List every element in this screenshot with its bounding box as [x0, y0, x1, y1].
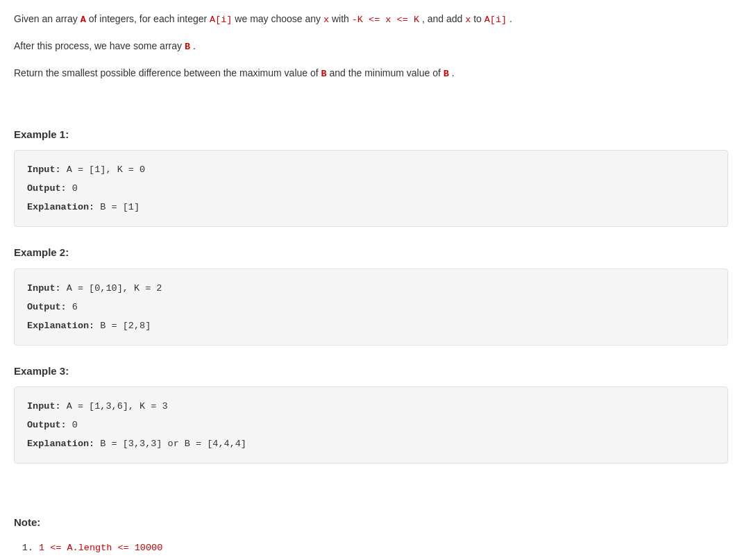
example2-box: Input: A = [0,10], K = 2 Output: 6 Expla…	[14, 269, 728, 346]
example3-title: Example 3:	[14, 362, 728, 380]
intro-middle1: of integers, for each integer	[89, 13, 210, 24]
constraint: -K <= x <= K	[352, 15, 419, 25]
comma: , and add	[422, 13, 465, 24]
note-list: 1 <= A.length <= 10000 0 <= A[i] <= 1000…	[14, 538, 728, 560]
after-period: .	[193, 40, 196, 51]
intro-prefix: Given an array	[14, 13, 78, 24]
note-item-1: 1 <= A.length <= 10000	[39, 538, 728, 557]
var-B2: B	[444, 69, 449, 79]
note-item-2: 0 <= A[i] <= 10000	[39, 557, 728, 560]
example3-box: Input: A = [1,3,6], K = 3 Output: 0 Expl…	[14, 387, 728, 464]
example3-input-value: A = [1,3,6], K = 3	[67, 401, 168, 411]
var-x2: x	[465, 15, 471, 25]
example3-output-label: Output:	[27, 420, 67, 430]
example2-title: Example 2:	[14, 244, 728, 262]
example2-explanation-label: Explanation:	[27, 321, 94, 331]
example1-title: Example 1:	[14, 126, 728, 144]
example1-box: Input: A = [1], K = 0 Output: 0 Explanat…	[14, 150, 728, 227]
example3-output-value: 0	[72, 420, 78, 430]
return-text1: Return the smallest possible difference …	[14, 67, 321, 78]
to-text: to	[473, 13, 484, 24]
example1-output: Output: 0	[27, 179, 715, 198]
period1: .	[509, 13, 512, 24]
example1-input-value: A = [1], K = 0	[67, 164, 145, 175]
after-line: After this process, we have some array B…	[14, 38, 728, 56]
example1-output-label: Output:	[27, 183, 67, 194]
var-Ai2: A[i]	[484, 15, 507, 25]
example3-input: Input: A = [1,3,6], K = 3	[27, 397, 715, 416]
example3-explanation-value: B = [3,3,3] or B = [4,4,4]	[100, 439, 246, 449]
var-A: A	[81, 15, 86, 25]
problem-description: Given an array A of integers, for each i…	[14, 11, 728, 560]
var-B-after: B	[185, 42, 190, 52]
example1-explanation: Explanation: B = [1]	[27, 198, 715, 217]
example2-input-value: A = [0,10], K = 2	[67, 283, 162, 294]
example2-output-label: Output:	[27, 302, 67, 312]
example1-output-value: 0	[72, 183, 78, 194]
example3-output: Output: 0	[27, 416, 715, 434]
intro-line: Given an array A of integers, for each i…	[14, 11, 728, 28]
example3-explanation-label: Explanation:	[27, 439, 94, 449]
example2-input: Input: A = [0,10], K = 2	[27, 279, 715, 298]
with-text: with	[332, 13, 352, 24]
example2-input-label: Input:	[27, 283, 61, 294]
note-item-1-text: 1 <= A.length <= 10000	[39, 543, 162, 553]
example1-input: Input: A = [1], K = 0	[27, 160, 715, 179]
example2-output: Output: 6	[27, 298, 715, 316]
example3-input-label: Input:	[27, 401, 61, 411]
note-section: Note: 1 <= A.length <= 10000 0 <= A[i] <…	[14, 514, 728, 560]
example1-explanation-label: Explanation:	[27, 202, 94, 212]
var-x1: x	[323, 15, 329, 25]
example1-explanation-value: B = [1]	[100, 202, 140, 212]
example2-explanation: Explanation: B = [2,8]	[27, 316, 715, 335]
example2-output-value: 6	[72, 302, 78, 312]
example1-input-label: Input:	[27, 164, 61, 175]
intro-middle2: we may choose any	[235, 13, 323, 24]
after-text1: After this process, we have some array	[14, 40, 185, 51]
example3-explanation: Explanation: B = [3,3,3] or B = [4,4,4]	[27, 434, 715, 453]
note-title: Note:	[14, 514, 728, 532]
var-Ai: A[i]	[210, 15, 232, 25]
example2-explanation-value: B = [2,8]	[100, 321, 151, 331]
return-period: .	[452, 67, 455, 78]
return-text2: and the minimum value of	[330, 67, 444, 78]
return-line: Return the smallest possible difference …	[14, 65, 728, 83]
var-B1: B	[321, 69, 327, 79]
